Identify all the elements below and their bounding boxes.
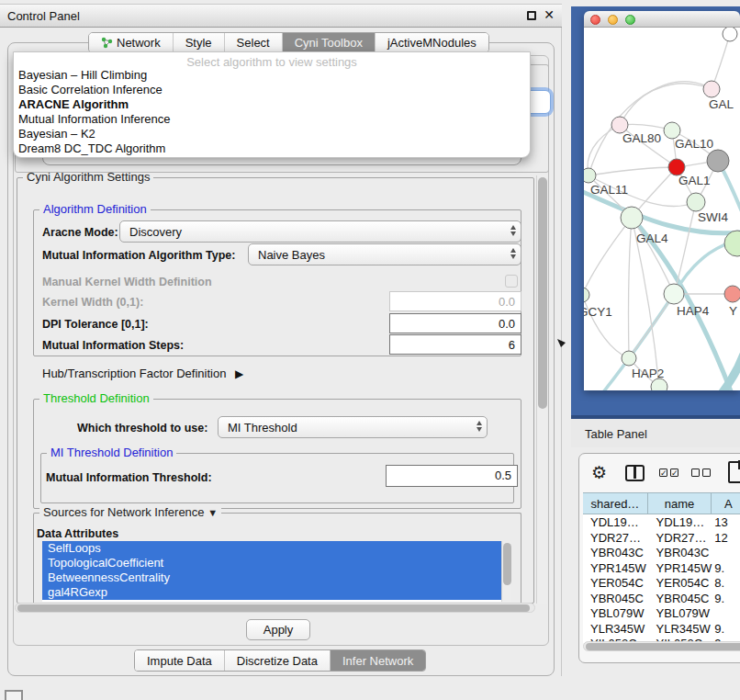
zoom-traffic-light-icon[interactable] [625,15,635,25]
kernel-width-field[interactable]: 0.0 [389,291,521,311]
deselect-all-icon-2[interactable] [702,469,711,477]
attribute-list-item[interactable]: BetweennessCentrality [42,570,501,585]
column-header[interactable]: name [648,493,712,514]
mi-steps-field[interactable]: 6 [389,334,521,355]
algorithm-option[interactable]: ARACNE Algorithm [14,97,530,112]
algorithm-option[interactable]: Bayesian – K2 [14,127,530,141]
network-node-label: GAL11 [590,183,628,197]
network-node[interactable] [584,168,596,183]
network-node[interactable] [687,193,705,211]
table-cell: YBR043C [583,545,649,560]
deselect-all-icon[interactable] [691,469,700,477]
network-canvas-container[interactable]: GALGAL80GAL10GAL1GAL11SWI4GAL4GCY1HAP4YH… [584,28,740,390]
algorithm-option[interactable]: Bayesian – Hill Climbing [14,68,530,83]
aracne-mode-combobox[interactable]: Discovery [119,220,521,243]
network-node[interactable] [703,81,720,97]
network-node[interactable] [724,286,740,302]
tab-cyni-toolbox[interactable]: Cyni Toolbox [283,33,376,52]
table-cell: 12 [712,530,740,546]
table-row[interactable]: YDR27…YDR27…12 [583,530,740,546]
screen: Control Panel ✕ Network Style Select Cyn… [0,0,740,700]
settings-vertical-scrollbar[interactable] [536,175,547,604]
tab-jactivemnodules[interactable]: jActiveMNodules [376,33,488,52]
network-node[interactable] [621,207,643,229]
table-cell: YBL079W [583,605,649,621]
aracne-mode-label: Aracne Mode: [42,226,118,239]
table-row[interactable]: YBR043CYBR043C [583,545,740,560]
attribute-list-item[interactable]: gal4RGexp [42,585,501,600]
attribute-list-item[interactable]: SelfLoops [42,541,501,556]
column-header[interactable]: A [712,493,740,514]
tab-impute-data[interactable]: Impute Data [135,650,225,671]
apply-button[interactable]: Apply [246,619,310,640]
table-row[interactable]: YPR145WYPR145W9. [583,560,740,576]
network-edge[interactable] [674,202,696,294]
tab-select[interactable]: Select [225,33,283,52]
table-row[interactable]: YBL079WYBL079W [583,605,740,621]
network-node[interactable] [664,284,684,304]
network-node[interactable] [584,288,589,302]
close-icon[interactable]: ✕ [544,7,555,22]
settings-horizontal-scrollbar[interactable] [15,603,535,613]
combo-stepper-icon [510,225,516,236]
table-row[interactable]: YER054CYER054C8. [583,575,740,591]
dpi-tolerance-field[interactable]: 0.0 [389,313,521,333]
column-header[interactable]: shared… [583,493,648,514]
network-node[interactable] [723,28,737,41]
table-row[interactable]: YDL19…YDL19…13 [583,514,740,530]
table-cell: YER054C [649,575,713,591]
panel-title: Control Panel [7,9,80,23]
node-table: shared…nameA YDL19…YDL19…13YDR27…YDR27…1… [583,492,740,643]
attribute-list-item[interactable]: TopologicalCoefficient [42,556,501,570]
table-panel-title: Table Panel [585,427,647,441]
algorithm-option[interactable]: Mutual Information Inference [14,112,530,127]
tab-network[interactable]: Network [89,33,174,52]
close-traffic-light-icon[interactable] [590,15,600,25]
attributes-scrollbar[interactable] [501,541,511,602]
network-window-titlebar[interactable] [584,11,740,28]
network-edge[interactable] [589,167,677,175]
table-row[interactable]: YLR345WYLR345W9. [583,621,740,637]
tab-style-label: Style [185,36,212,50]
network-node[interactable] [651,378,667,390]
network-edge[interactable] [632,218,674,294]
float-window-icon[interactable] [527,11,536,20]
which-threshold-combobox[interactable]: MI Threshold [218,416,488,438]
table-panel-titlebar: Table Panel [571,419,740,447]
table-cell: 9. [712,591,740,606]
minimize-traffic-light-icon[interactable] [608,15,618,25]
export-table-icon[interactable] [728,461,740,483]
algorithm-option[interactable]: Dream8 DC_TDC Algorithm [14,141,530,156]
tab-infer-network[interactable]: Infer Network [331,650,425,671]
combo-stepper-icon [510,248,516,259]
tab-style[interactable]: Style [174,33,225,52]
minimized-panel-chip[interactable] [5,690,23,700]
select-all-icon-2[interactable]: ✓ [670,469,678,477]
network-edge[interactable] [628,218,632,358]
mi-type-combobox[interactable]: Naive Bayes [248,243,521,265]
mi-threshold-field[interactable]: 0.5 [386,465,518,487]
sources-legend-label: Sources for Network Inference [43,505,205,519]
network-node-label: GAL1 [678,174,711,187]
tab-discretize-data[interactable]: Discretize Data [225,650,331,671]
network-canvas[interactable]: GALGAL80GAL10GAL1GAL11SWI4GAL4GCY1HAP4YH… [584,28,740,390]
sources-legend[interactable]: Sources for Network Inference ▼ [39,505,221,519]
network-node[interactable] [622,351,636,366]
table-cell: YDR27… [583,530,649,546]
network-view-window[interactable]: GALGAL80GAL10GAL1GAL11SWI4GAL4GCY1HAP4YH… [584,11,740,390]
select-all-icon[interactable]: ✓ [659,469,667,477]
network-edge[interactable] [584,218,632,295]
network-edge[interactable] [589,84,712,175]
table-horizontal-scrollbar[interactable] [583,641,740,651]
hub-definition-toggle[interactable]: Hub/Transcription Factor Definition ▶ [42,367,243,380]
show-columns-icon[interactable] [625,465,645,481]
network-node[interactable] [707,150,729,172]
gear-icon[interactable]: ⚙ [591,462,607,483]
manual-kernel-checkbox[interactable] [505,275,518,288]
table-row[interactable]: YBR045CYBR045C9. [583,591,740,606]
network-node-label: GAL10 [675,137,713,151]
table-cell: YBR045C [649,591,713,606]
algorithm-option[interactable]: Basic Correlation Inference [14,83,530,97]
table-cell: YDL19… [583,514,649,530]
network-edge[interactable] [588,125,620,175]
